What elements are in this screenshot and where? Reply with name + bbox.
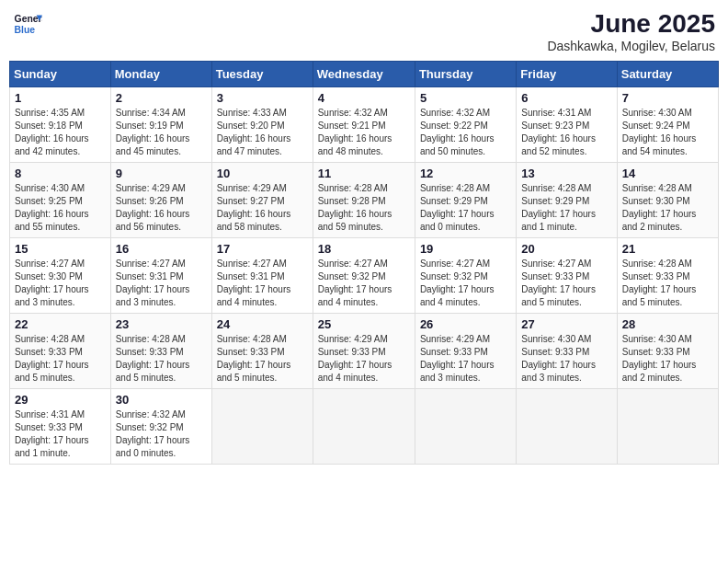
weekday-header-row: SundayMondayTuesdayWednesdayThursdayFrid…: [10, 62, 719, 87]
logo-icon: General Blue: [13, 9, 42, 39]
calendar-cell: 9Sunrise: 4:29 AM Sunset: 9:26 PM Daylig…: [110, 163, 211, 238]
calendar-cell: 12Sunrise: 4:28 AM Sunset: 9:29 PM Dayli…: [415, 163, 516, 238]
day-number: 25: [318, 317, 410, 331]
day-number: 1: [15, 91, 106, 105]
calendar-cell: 15Sunrise: 4:27 AM Sunset: 9:30 PM Dayli…: [10, 238, 111, 314]
calendar-table: SundayMondayTuesdayWednesdayThursdayFrid…: [9, 61, 719, 465]
calendar-week-3: 15Sunrise: 4:27 AM Sunset: 9:30 PM Dayli…: [10, 238, 719, 314]
calendar-cell: 2Sunrise: 4:34 AM Sunset: 9:19 PM Daylig…: [110, 87, 211, 163]
day-info: Sunrise: 4:35 AM Sunset: 9:18 PM Dayligh…: [15, 107, 106, 158]
day-info: Sunrise: 4:27 AM Sunset: 9:31 PM Dayligh…: [217, 258, 308, 309]
day-number: 27: [521, 317, 611, 331]
weekday-header-friday: Friday: [517, 62, 617, 87]
day-info: Sunrise: 4:27 AM Sunset: 9:32 PM Dayligh…: [420, 258, 511, 309]
day-info: Sunrise: 4:28 AM Sunset: 9:29 PM Dayligh…: [521, 182, 611, 234]
day-info: Sunrise: 4:28 AM Sunset: 9:30 PM Dayligh…: [622, 182, 713, 234]
calendar-cell: 13Sunrise: 4:28 AM Sunset: 9:29 PM Dayli…: [517, 163, 617, 238]
calendar-cell: 29Sunrise: 4:31 AM Sunset: 9:33 PM Dayli…: [10, 389, 111, 465]
day-number: 19: [420, 242, 511, 256]
day-info: Sunrise: 4:27 AM Sunset: 9:32 PM Dayligh…: [318, 258, 410, 309]
day-info: Sunrise: 4:34 AM Sunset: 9:19 PM Dayligh…: [116, 107, 207, 158]
day-info: Sunrise: 4:30 AM Sunset: 9:33 PM Dayligh…: [521, 333, 611, 385]
svg-text:Blue: Blue: [15, 25, 36, 35]
calendar-cell: [617, 389, 718, 465]
calendar-cell: 8Sunrise: 4:30 AM Sunset: 9:25 PM Daylig…: [10, 163, 111, 238]
location-subtitle: Dashkawka, Mogilev, Belarus: [547, 39, 715, 53]
day-number: 16: [116, 242, 207, 256]
calendar-cell: 10Sunrise: 4:29 AM Sunset: 9:27 PM Dayli…: [211, 163, 313, 238]
calendar-cell: 25Sunrise: 4:29 AM Sunset: 9:33 PM Dayli…: [313, 314, 415, 389]
logo: General Blue General Blue: [13, 9, 42, 39]
day-info: Sunrise: 4:29 AM Sunset: 9:33 PM Dayligh…: [420, 333, 511, 385]
calendar-cell: 18Sunrise: 4:27 AM Sunset: 9:32 PM Dayli…: [313, 238, 415, 314]
day-number: 26: [420, 317, 511, 331]
calendar-cell: 26Sunrise: 4:29 AM Sunset: 9:33 PM Dayli…: [415, 314, 516, 389]
day-info: Sunrise: 4:30 AM Sunset: 9:33 PM Dayligh…: [622, 333, 713, 385]
day-info: Sunrise: 4:32 AM Sunset: 9:21 PM Dayligh…: [318, 107, 410, 158]
weekday-header-saturday: Saturday: [617, 62, 718, 87]
day-info: Sunrise: 4:28 AM Sunset: 9:29 PM Dayligh…: [420, 182, 511, 234]
day-number: 14: [622, 167, 713, 180]
day-number: 30: [116, 393, 207, 407]
calendar-cell: 5Sunrise: 4:32 AM Sunset: 9:22 PM Daylig…: [415, 87, 516, 163]
calendar-cell: 19Sunrise: 4:27 AM Sunset: 9:32 PM Dayli…: [415, 238, 516, 314]
calendar-cell: 7Sunrise: 4:30 AM Sunset: 9:24 PM Daylig…: [617, 87, 718, 163]
calendar-week-1: 1Sunrise: 4:35 AM Sunset: 9:18 PM Daylig…: [10, 87, 719, 163]
weekday-header-sunday: Sunday: [10, 62, 111, 87]
calendar-cell: [415, 389, 516, 465]
calendar-cell: 11Sunrise: 4:28 AM Sunset: 9:28 PM Dayli…: [313, 163, 415, 238]
day-number: 23: [116, 317, 207, 331]
calendar-week-2: 8Sunrise: 4:30 AM Sunset: 9:25 PM Daylig…: [10, 163, 719, 238]
day-number: 12: [420, 167, 511, 180]
day-number: 17: [217, 242, 308, 256]
day-info: Sunrise: 4:32 AM Sunset: 9:22 PM Dayligh…: [420, 107, 511, 158]
day-number: 5: [420, 91, 511, 105]
calendar-cell: 14Sunrise: 4:28 AM Sunset: 9:30 PM Dayli…: [617, 163, 718, 238]
day-number: 6: [521, 91, 611, 105]
calendar-cell: 3Sunrise: 4:33 AM Sunset: 9:20 PM Daylig…: [211, 87, 313, 163]
day-info: Sunrise: 4:27 AM Sunset: 9:30 PM Dayligh…: [15, 258, 106, 309]
calendar-cell: [517, 389, 617, 465]
calendar-cell: 4Sunrise: 4:32 AM Sunset: 9:21 PM Daylig…: [313, 87, 415, 163]
calendar-week-5: 29Sunrise: 4:31 AM Sunset: 9:33 PM Dayli…: [10, 389, 719, 465]
day-info: Sunrise: 4:30 AM Sunset: 9:25 PM Dayligh…: [15, 182, 106, 234]
day-number: 22: [15, 317, 106, 331]
weekday-header-thursday: Thursday: [415, 62, 516, 87]
day-info: Sunrise: 4:30 AM Sunset: 9:24 PM Dayligh…: [622, 107, 713, 158]
title-block: June 2025 Dashkawka, Mogilev, Belarus: [547, 9, 715, 53]
day-number: 15: [15, 242, 106, 256]
day-info: Sunrise: 4:29 AM Sunset: 9:26 PM Dayligh…: [116, 182, 207, 234]
calendar-cell: 17Sunrise: 4:27 AM Sunset: 9:31 PM Dayli…: [211, 238, 313, 314]
day-number: 24: [217, 317, 308, 331]
calendar-cell: 30Sunrise: 4:32 AM Sunset: 9:32 PM Dayli…: [110, 389, 211, 465]
day-number: 11: [318, 167, 410, 180]
day-info: Sunrise: 4:31 AM Sunset: 9:33 PM Dayligh…: [15, 408, 106, 460]
weekday-header-monday: Monday: [110, 62, 211, 87]
calendar-cell: 27Sunrise: 4:30 AM Sunset: 9:33 PM Dayli…: [517, 314, 617, 389]
day-number: 20: [521, 242, 611, 256]
calendar-cell: 1Sunrise: 4:35 AM Sunset: 9:18 PM Daylig…: [10, 87, 111, 163]
day-info: Sunrise: 4:28 AM Sunset: 9:28 PM Dayligh…: [318, 182, 410, 234]
weekday-header-wednesday: Wednesday: [313, 62, 415, 87]
day-number: 9: [116, 167, 207, 180]
calendar-cell: 6Sunrise: 4:31 AM Sunset: 9:23 PM Daylig…: [517, 87, 617, 163]
day-info: Sunrise: 4:28 AM Sunset: 9:33 PM Dayligh…: [217, 333, 308, 385]
day-number: 8: [15, 167, 106, 180]
day-number: 13: [521, 167, 611, 180]
weekday-header-tuesday: Tuesday: [211, 62, 313, 87]
day-info: Sunrise: 4:29 AM Sunset: 9:33 PM Dayligh…: [318, 333, 410, 385]
day-number: 7: [622, 91, 713, 105]
day-number: 4: [318, 91, 410, 105]
calendar-cell: 22Sunrise: 4:28 AM Sunset: 9:33 PM Dayli…: [10, 314, 111, 389]
day-number: 28: [622, 317, 713, 331]
day-info: Sunrise: 4:29 AM Sunset: 9:27 PM Dayligh…: [217, 182, 308, 234]
calendar-cell: [313, 389, 415, 465]
day-info: Sunrise: 4:33 AM Sunset: 9:20 PM Dayligh…: [217, 107, 308, 158]
calendar-cell: 21Sunrise: 4:28 AM Sunset: 9:33 PM Dayli…: [617, 238, 718, 314]
calendar-cell: 28Sunrise: 4:30 AM Sunset: 9:33 PM Dayli…: [617, 314, 718, 389]
day-number: 21: [622, 242, 713, 256]
day-info: Sunrise: 4:31 AM Sunset: 9:23 PM Dayligh…: [521, 107, 611, 158]
page-header: General Blue General Blue June 2025 Dash…: [9, 9, 719, 53]
day-info: Sunrise: 4:27 AM Sunset: 9:33 PM Dayligh…: [521, 258, 611, 309]
calendar-cell: 20Sunrise: 4:27 AM Sunset: 9:33 PM Dayli…: [517, 238, 617, 314]
